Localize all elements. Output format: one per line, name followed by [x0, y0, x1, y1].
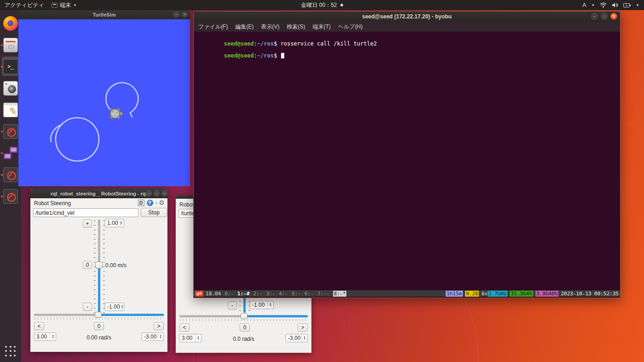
byobu-window-2[interactable]: 2:- [253, 291, 263, 297]
angular-min-spinbox[interactable]: -3.00 ▲▼ [142, 333, 164, 341]
spin-value: -1.00 [250, 301, 267, 309]
app-menu-button[interactable]: 端末 ▼ [52, 1, 77, 9]
help-icon[interactable]: ? [147, 200, 153, 206]
turtle-trails [18, 19, 190, 186]
camera-icon [3, 81, 18, 96]
plugin-toolbar: D ? - O [138, 200, 164, 206]
spinbox-arrows[interactable]: ▲▼ [157, 333, 163, 340]
robot-steering-1-title: rqt_robot_steering__RobotSteering - rqt [51, 191, 147, 196]
ubuntu-logo-badge: u® [195, 291, 203, 297]
angular-right-button[interactable]: > [298, 323, 308, 332]
angular-zero-button[interactable]: 0 [94, 322, 104, 330]
chevron-down-icon: ▼ [73, 3, 77, 7]
terminal-titlebar[interactable]: seed@seed (172.22.17.20) - byobu − □ ✕ [194, 11, 620, 22]
turtlesim-title: TurtleSim [93, 12, 116, 17]
spinbox-arrows[interactable]: ▲▼ [120, 303, 124, 310]
angular-right-button[interactable]: > [154, 322, 164, 330]
close-button[interactable]: ✕ [182, 11, 188, 17]
clock-button[interactable]: 金曜日 00：52 [301, 1, 337, 9]
running-indicator-dot [1, 174, 3, 176]
spin-value: -1.00 [105, 303, 120, 310]
show-applications-button[interactable] [0, 340, 21, 362]
activities-button[interactable]: アクティビティ [5, 1, 44, 9]
linear-slider-handle[interactable] [95, 262, 103, 269]
byobu-window-8[interactable]: 8:-* [333, 291, 346, 297]
linear-min-button[interactable]: - [228, 301, 237, 310]
turtlesim-canvas [18, 19, 190, 186]
byobu-window-4[interactable]: 4:- [279, 291, 288, 297]
menu-terminal[interactable]: 端末(T) [312, 23, 330, 31]
byobu-window-7[interactable]: 7:-- [317, 291, 330, 297]
terminal-app-icon [52, 3, 58, 8]
spinbox-arrows[interactable]: ▲▼ [118, 219, 124, 227]
close-button[interactable]: ✕ [610, 13, 617, 20]
prompt-user: seed@seed [224, 52, 254, 59]
menu-search[interactable]: 検索(S) [287, 23, 305, 31]
maximize-button[interactable]: □ [154, 190, 160, 196]
linear-value-label: 0.00 m/s [105, 262, 126, 269]
menu-view[interactable]: 表示(V) [261, 23, 279, 31]
turtlesim-titlebar[interactable]: TurtleSim − ✕ [18, 10, 190, 19]
prompt-symbol: $ [274, 52, 280, 59]
linear-max-button[interactable]: + [83, 219, 92, 228]
angular-min-spinbox[interactable]: -3.00 ▲▼ [286, 334, 308, 342]
minimize-button[interactable]: − [146, 190, 152, 196]
wifi-icon[interactable] [600, 2, 607, 8]
collapse-button[interactable]: - [155, 200, 157, 206]
volume-icon[interactable] [612, 2, 618, 8]
angular-zero-button[interactable]: 0 [240, 323, 250, 332]
linear-max-spinbox[interactable]: 1.00 ▲▼ [105, 219, 124, 227]
media-indicator-dot [340, 4, 343, 6]
spinbox-arrows[interactable]: ▲▼ [301, 334, 307, 342]
dual-monitor-icon [3, 146, 18, 161]
byobu-window-0[interactable]: 0:- [224, 291, 234, 297]
robot-steering-window-1: rqt_robot_steering__RobotSteering - rqt … [30, 189, 167, 352]
robot-steering-1-titlebar[interactable]: rqt_robot_steering__RobotSteering - rqt … [30, 189, 167, 198]
cpu-freq-badge: 2.7GHz [488, 291, 508, 297]
minimize-button[interactable]: − [173, 11, 179, 17]
menu-file[interactable]: ファイル(F) [198, 23, 228, 31]
cpu-count: 8x [481, 291, 487, 297]
terminal-line: seed@seed:~/ros$ rosservice call /kill t… [197, 35, 616, 41]
dock-button[interactable]: D [138, 200, 144, 206]
linear-zero-button[interactable]: 0 [83, 261, 92, 269]
running-indicator-dot [1, 152, 3, 154]
battery-icon[interactable] [623, 3, 631, 8]
spinbox-arrows[interactable]: ▲▼ [267, 301, 273, 309]
terminal-body[interactable]: seed@seed:~/ros$ rosservice call /kill t… [194, 32, 620, 298]
running-indicator-dot [1, 131, 3, 132]
linear-min-spinbox[interactable]: -1.00 ▲▼ [105, 303, 124, 311]
linear-min-spinbox[interactable]: -1.00 ▲▼ [250, 301, 274, 309]
top-bar: アクティビティ 端末 ▼ 金曜日 00：52 A ▼ ▼ [0, 0, 644, 10]
input-method-indicator[interactable]: A [582, 2, 586, 8]
terminal-icon: >_ [3, 59, 18, 74]
dock-item-blocked-app-3[interactable] [0, 185, 21, 207]
byobu-window-3[interactable]: 3:- [266, 291, 275, 297]
byobu-window-1[interactable]: 1:-# [237, 291, 250, 297]
prompt-path: ~/ros [257, 40, 274, 47]
stop-button[interactable]: Stop [141, 208, 167, 217]
byobu-window-6[interactable]: 6:- [305, 291, 314, 297]
close-button[interactable]: ✕ [161, 190, 167, 196]
angular-left-button[interactable]: < [34, 322, 44, 330]
menu-help[interactable]: ヘルプ(H) [338, 23, 363, 31]
slider-ticks [34, 317, 163, 320]
prompt-symbol: $ [274, 40, 280, 47]
topic-input[interactable] [33, 208, 138, 217]
linear-min-button[interactable]: - [83, 303, 92, 311]
command-text: rosservice call /kill turtle2 [281, 40, 377, 47]
terminal-cursor [281, 53, 284, 58]
angular-left-button[interactable]: < [179, 323, 190, 332]
close-plugin-button[interactable]: O [160, 200, 164, 206]
byobu-window-5[interactable]: 5:- [292, 291, 301, 297]
load-badge: 0.28 [465, 291, 479, 297]
firefox-icon [3, 16, 18, 31]
prompt-colon: : [254, 52, 257, 59]
robot-steering-1-body: Robot Steering D ? - O Stop + 1.00 ▲▼ 0 … [30, 198, 167, 352]
chevron-down-icon[interactable]: ▼ [636, 3, 639, 7]
minimize-button[interactable]: − [591, 13, 598, 20]
terminal-menubar: ファイル(F) 編集(E) 表示(V) 検索(S) 端末(T) ヘルプ(H) [194, 22, 620, 32]
maximize-button[interactable]: □ [601, 13, 608, 20]
menu-edit[interactable]: 編集(E) [235, 23, 253, 31]
plugin-title: Robot Steering [34, 200, 71, 207]
